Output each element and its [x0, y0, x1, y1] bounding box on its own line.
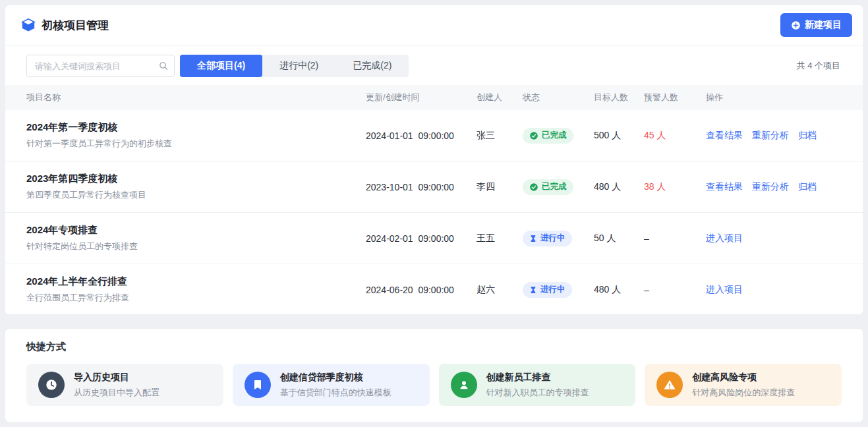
page-header: 初核项目管理 新建项目 [5, 5, 863, 45]
table-row: 2023年第四季度初核第四季度员工异常行为核查项目2023-10-01 09:0… [5, 161, 863, 213]
row-actions: 查看结果重新分析归档 [706, 181, 863, 193]
column-header: 项目名称 [5, 92, 366, 103]
tab-completed[interactable]: 已完成(2) [335, 55, 409, 77]
check-circle-icon [529, 131, 538, 140]
search-icon[interactable] [158, 61, 169, 71]
table-row: 2024年上半年全行排查全行范围员工异常行为排查2024-06-20 09:00… [5, 264, 863, 314]
status-badge-label: 已完成 [542, 130, 567, 141]
quick-action-text: 创建信贷部季度初核基于信贷部门特点的快速模板 [280, 372, 391, 399]
quick-actions-grid: 导入历史项目从历史项目中导入配置创建信贷部季度初核基于信贷部门特点的快速模板创建… [26, 364, 842, 406]
total-count: 共 4 个项目 [797, 60, 847, 72]
search-box [26, 55, 175, 77]
warning-count-value: – [644, 285, 649, 295]
project-time: 2024-01-01 09:00:00 [366, 130, 477, 141]
status-badge: 进行中 [523, 282, 572, 298]
project-name: 2024年专项排查 [26, 224, 366, 237]
archive-link[interactable]: 归档 [798, 181, 817, 192]
quick-action-card[interactable]: 创建新员工排查针对新入职员工的专项排查 [439, 364, 636, 406]
new-project-button[interactable]: 新建项目 [780, 13, 852, 37]
warning-count-value: 38 人 [644, 181, 666, 192]
status-badge-label: 进行中 [540, 284, 565, 295]
quick-action-description: 基于信贷部门特点的快速模板 [280, 387, 391, 399]
project-creator: 赵六 [477, 284, 523, 296]
project-name: 2024年上半年全行排查 [26, 275, 366, 288]
column-header: 更新/创建时间 [366, 92, 477, 103]
page-title: 初核项目管理 [42, 18, 109, 33]
project-description: 针对第一季度员工异常行为的初步核查 [26, 138, 366, 150]
project-time: 2023-10-01 09:00:00 [366, 182, 477, 192]
quick-action-card[interactable]: 创建信贷部季度初核基于信贷部门特点的快速模板 [233, 364, 430, 406]
table-row: 2024年专项排查针对特定岗位员工的专项排查2024-02-01 09:00:0… [5, 213, 863, 264]
search-input[interactable] [26, 55, 175, 77]
quick-action-card[interactable]: 创建高风险专项针对高风险岗位的深度排查 [645, 364, 842, 406]
warning-count: – [644, 285, 706, 295]
tab-all[interactable]: 全部项目(4) [180, 55, 262, 77]
reanalyze-link[interactable]: 重新分析 [752, 130, 789, 140]
status-badge-label: 进行中 [540, 233, 565, 244]
enter-project-link[interactable]: 进入项目 [706, 284, 743, 295]
project-name-cell: 2023年第四季度初核第四季度员工异常行为核查项目 [5, 173, 366, 201]
quick-action-description: 从历史项目中导入配置 [74, 387, 159, 399]
tab-in-progress[interactable]: 进行中(2) [262, 55, 335, 77]
reanalyze-link[interactable]: 重新分析 [752, 181, 789, 192]
project-creator: 王五 [477, 233, 523, 244]
project-creator: 张三 [477, 130, 523, 142]
status-badge: 已完成 [523, 179, 573, 195]
warning-count-value: – [644, 233, 649, 244]
quick-action-text: 创建新员工排查针对新入职员工的专项排查 [486, 372, 589, 399]
target-count: 480 人 [594, 284, 644, 296]
column-header: 操作 [706, 92, 863, 103]
quick-action-card[interactable]: 导入历史项目从历史项目中导入配置 [26, 364, 223, 406]
bookmark-icon [245, 372, 271, 398]
target-count: 50 人 [594, 233, 644, 244]
target-count: 480 人 [594, 181, 644, 193]
column-header: 状态 [523, 92, 594, 103]
project-description: 第四季度员工异常行为核查项目 [26, 189, 366, 201]
project-name-cell: 2024年第一季度初核针对第一季度员工异常行为的初步核查 [5, 121, 366, 150]
quick-action-title: 创建新员工排查 [486, 372, 589, 384]
quick-action-text: 创建高风险专项针对高风险岗位的深度排查 [692, 372, 795, 399]
project-name-cell: 2024年上半年全行排查全行范围员工异常行为排查 [5, 275, 366, 304]
warning-count: 38 人 [644, 181, 706, 193]
row-actions: 进入项目 [706, 232, 863, 244]
project-status-cell: 进行中 [523, 282, 594, 298]
target-count: 500 人 [594, 130, 644, 142]
quick-action-text: 导入历史项目从历史项目中导入配置 [74, 372, 159, 399]
column-header: 创建人 [477, 92, 523, 103]
quick-action-title: 导入历史项目 [74, 372, 159, 384]
view-results-link[interactable]: 查看结果 [706, 130, 743, 140]
project-creator: 李四 [477, 181, 523, 193]
clock-icon [38, 372, 65, 398]
table-header-row: 项目名称更新/创建时间创建人状态目标人数预警人数操作 [5, 85, 863, 110]
warning-count-value: 45 人 [644, 130, 666, 140]
project-name-cell: 2024年专项排查针对特定岗位员工的专项排查 [5, 224, 366, 252]
table-row: 2024年第一季度初核针对第一季度员工异常行为的初步核查2024-01-01 0… [5, 110, 863, 161]
view-results-link[interactable]: 查看结果 [706, 181, 743, 192]
row-actions: 进入项目 [706, 283, 863, 296]
project-time: 2024-06-20 09:00:00 [366, 285, 477, 295]
user-icon [451, 372, 477, 398]
status-badge: 进行中 [523, 231, 572, 246]
quick-action-title: 创建信贷部季度初核 [280, 372, 391, 384]
page: 初核项目管理 新建项目 [0, 0, 868, 427]
filter-tabs: 全部项目(4)进行中(2)已完成(2) [180, 55, 409, 77]
project-description: 针对特定岗位员工的专项排查 [26, 241, 366, 252]
project-status-cell: 已完成 [523, 128, 594, 144]
enter-project-link[interactable]: 进入项目 [706, 233, 743, 243]
quick-action-title: 创建高风险专项 [692, 372, 795, 384]
page-header-left: 初核项目管理 [21, 18, 109, 33]
project-table-body: 2024年第一季度初核针对第一季度员工异常行为的初步核查2024-01-01 0… [5, 110, 863, 314]
project-name: 2024年第一季度初核 [26, 121, 366, 134]
quick-actions-title: 快捷方式 [26, 341, 842, 353]
hourglass-icon [529, 286, 537, 294]
project-name: 2023年第四季度初核 [26, 173, 366, 185]
plus-circle-icon [791, 20, 801, 30]
check-circle-icon [529, 183, 538, 192]
warning-icon [656, 372, 683, 398]
warning-count: 45 人 [644, 130, 706, 142]
toolbar: 全部项目(4)进行中(2)已完成(2) 共 4 个项目 [5, 45, 863, 85]
row-actions: 查看结果重新分析归档 [706, 129, 863, 142]
hourglass-icon [529, 235, 537, 242]
archive-link[interactable]: 归档 [798, 130, 817, 140]
main-panel: 初核项目管理 新建项目 [5, 5, 863, 314]
